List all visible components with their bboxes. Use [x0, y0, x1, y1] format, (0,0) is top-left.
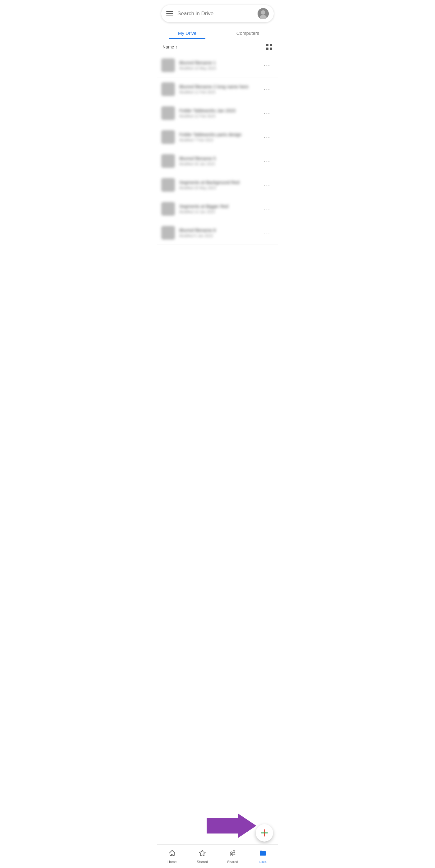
- file-thumbnail: [161, 202, 175, 216]
- list-item[interactable]: Blurred filename 8 Modified 5 Jan 2023 ⋯: [157, 221, 278, 245]
- svg-rect-5: [266, 48, 269, 50]
- tabs: My Drive Computers: [157, 26, 278, 39]
- sort-label[interactable]: Name ↑: [162, 44, 178, 50]
- file-thumbnail: [161, 154, 175, 168]
- file-date: Modified 11 Feb 2023: [179, 90, 257, 94]
- avatar[interactable]: [257, 8, 269, 19]
- menu-icon[interactable]: [166, 11, 173, 16]
- file-thumbnail: [161, 106, 175, 120]
- file-name: Blurred filename 5: [179, 156, 257, 161]
- list-item[interactable]: Blurred filename 2 long name here Modifi…: [157, 78, 278, 101]
- file-info: Blurred filename 5 Modified 30 Jan 2023: [179, 156, 257, 166]
- more-options-button[interactable]: ⋯: [261, 84, 273, 94]
- search-input[interactable]: Search in Drive: [178, 10, 253, 17]
- file-info: Folder Tableworks Jan 2023 Modified 12 F…: [179, 108, 257, 118]
- svg-rect-3: [266, 44, 269, 46]
- list-item[interactable]: Folder Tableworks Jan 2023 Modified 12 F…: [157, 101, 278, 125]
- more-options-button[interactable]: ⋯: [261, 180, 273, 190]
- tab-computers[interactable]: Computers: [218, 26, 278, 39]
- file-info: Blurred filename 2 long name here Modifi…: [179, 84, 257, 94]
- file-name: Segments at Bigger Red: [179, 204, 257, 209]
- file-date: Modified 10 May 2023: [179, 66, 257, 70]
- more-options-button[interactable]: ⋯: [261, 204, 273, 214]
- file-name: Folder Tableworks parts design: [179, 132, 257, 137]
- file-name: Folder Tableworks Jan 2023: [179, 108, 257, 113]
- list-item[interactable]: Blurred filename 5 Modified 30 Jan 2023 …: [157, 149, 278, 173]
- file-info: Blurred filename 8 Modified 5 Jan 2023: [179, 228, 257, 238]
- file-thumbnail: [161, 58, 175, 72]
- file-name: Blurred filename 1: [179, 60, 257, 65]
- svg-rect-4: [270, 44, 272, 46]
- file-info: Segments at Bigger Red Modified 14 Jan 2…: [179, 204, 257, 214]
- grid-view-icon[interactable]: [266, 43, 273, 50]
- file-info: Blurred filename 1 Modified 10 May 2023: [179, 60, 257, 70]
- file-thumbnail: [161, 130, 175, 144]
- file-list: Blurred filename 1 Modified 10 May 2023 …: [157, 54, 278, 273]
- more-options-button[interactable]: ⋯: [261, 60, 273, 70]
- sort-arrow-icon: ↑: [175, 45, 178, 50]
- file-info: Folder Tableworks parts design Modified …: [179, 132, 257, 142]
- list-item[interactable]: Segments at Background Red Modified 20 M…: [157, 173, 278, 197]
- svg-point-1: [261, 10, 266, 14]
- file-name: Segments at Background Red: [179, 180, 257, 185]
- file-date: Modified 7 Feb 2023: [179, 138, 257, 142]
- file-date: Modified 30 Jan 2023: [179, 162, 257, 166]
- sort-row: Name ↑: [157, 39, 278, 54]
- list-item[interactable]: Folder Tableworks parts design Modified …: [157, 125, 278, 149]
- file-thumbnail: [161, 226, 175, 240]
- tab-my-drive[interactable]: My Drive: [157, 26, 218, 39]
- more-options-button[interactable]: ⋯: [261, 156, 273, 166]
- file-name: Blurred filename 2 long name here: [179, 84, 257, 89]
- file-date: Modified 20 May 2023: [179, 186, 257, 190]
- search-bar[interactable]: Search in Drive: [161, 5, 274, 22]
- file-thumbnail: [161, 82, 175, 96]
- file-date: Modified 5 Jan 2023: [179, 234, 257, 238]
- list-item[interactable]: Blurred filename 1 Modified 10 May 2023 …: [157, 54, 278, 78]
- file-date: Modified 14 Jan 2023: [179, 210, 257, 214]
- more-options-button[interactable]: ⋯: [261, 132, 273, 142]
- list-item[interactable]: Segments at Bigger Red Modified 14 Jan 2…: [157, 197, 278, 221]
- file-thumbnail: [161, 178, 175, 192]
- file-info: Segments at Background Red Modified 20 M…: [179, 180, 257, 190]
- more-options-button[interactable]: ⋯: [261, 108, 273, 118]
- more-options-button[interactable]: ⋯: [261, 228, 273, 238]
- file-date: Modified 12 Feb 2023: [179, 114, 257, 118]
- svg-rect-6: [270, 48, 272, 50]
- file-name: Blurred filename 8: [179, 228, 257, 233]
